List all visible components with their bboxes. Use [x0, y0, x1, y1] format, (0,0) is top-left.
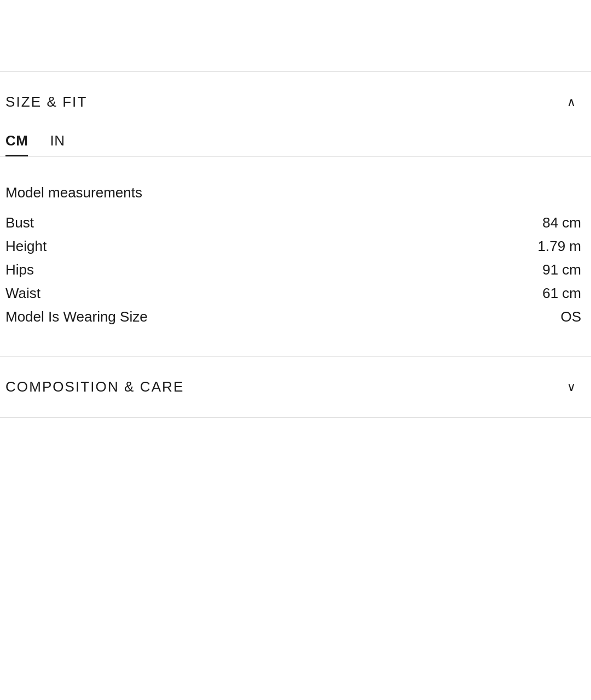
composition-care-header[interactable]: COMPOSITION & CARE ∨: [0, 357, 591, 417]
size-fit-header[interactable]: SIZE & FIT ∧: [0, 72, 591, 132]
tab-cm[interactable]: CM: [5, 132, 28, 156]
measurement-row-hips: Hips 91 cm: [5, 258, 586, 282]
measurement-name-height: Height: [5, 238, 47, 255]
measurement-value-wearing-size: OS: [560, 308, 586, 325]
unit-tabs: CM IN: [0, 132, 591, 156]
measurement-value-bust: 84 cm: [542, 214, 586, 231]
measurement-value-hips: 91 cm: [542, 261, 586, 278]
measurement-name-wearing-size: Model Is Wearing Size: [5, 308, 148, 325]
measurements-section: Model measurements Bust 84 cm Height 1.7…: [0, 157, 591, 356]
measurement-row-bust: Bust 84 cm: [5, 211, 586, 235]
measurement-row-wearing-size: Model Is Wearing Size OS: [5, 305, 586, 329]
measurement-value-height: 1.79 m: [538, 238, 586, 255]
measurement-row-waist: Waist 61 cm: [5, 282, 586, 305]
page-container: SIZE & FIT ∧ CM IN Model measurements Bu…: [0, 71, 591, 700]
final-divider: [0, 417, 591, 418]
chevron-up-icon: ∧: [567, 95, 576, 109]
measurement-row-height: Height 1.79 m: [5, 235, 586, 258]
measurement-name-bust: Bust: [5, 214, 34, 231]
chevron-down-icon: ∨: [567, 380, 576, 394]
measurement-name-hips: Hips: [5, 261, 34, 278]
measurement-value-waist: 61 cm: [542, 285, 586, 302]
size-fit-title: SIZE & FIT: [5, 94, 87, 110]
measurements-heading: Model measurements: [5, 184, 586, 201]
tab-in[interactable]: IN: [50, 132, 65, 156]
composition-care-title: COMPOSITION & CARE: [5, 378, 184, 395]
measurement-name-waist: Waist: [5, 285, 40, 302]
